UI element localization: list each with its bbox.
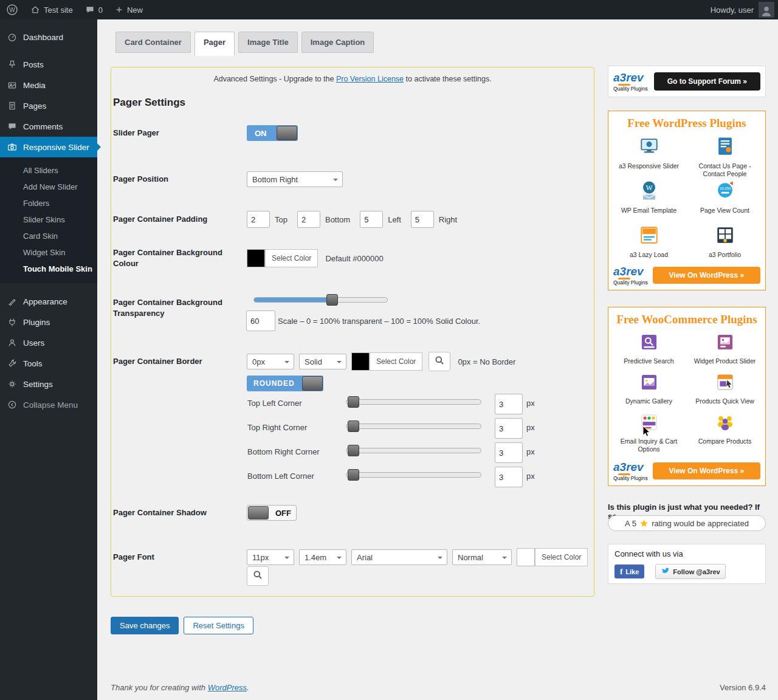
padding-top-input[interactable] bbox=[247, 211, 270, 228]
tab-image-caption[interactable]: Image Caption bbox=[301, 32, 374, 53]
facebook-like-label: Like bbox=[625, 568, 639, 575]
font-size-select[interactable]: 11px bbox=[247, 549, 294, 565]
border-select-color-button[interactable]: Select Color bbox=[370, 352, 422, 371]
submenu-card-skin[interactable]: Card Skin bbox=[0, 228, 97, 244]
corner-slider-handle[interactable] bbox=[348, 396, 359, 408]
submenu-widget-skin[interactable]: Widget Skin bbox=[0, 244, 97, 261]
tab-image-title[interactable]: Image Title bbox=[238, 32, 298, 53]
howdy-text[interactable]: Howdy, user bbox=[711, 5, 754, 15]
plugin-page-view-count[interactable]: 10,250 Page View Count bbox=[687, 177, 763, 221]
corner-slider-handle[interactable] bbox=[348, 445, 359, 456]
sidebar-item-pages[interactable]: Pages bbox=[0, 95, 97, 116]
plugin-widget-product-slider[interactable]: Widget Product Slider bbox=[687, 329, 763, 369]
support-forum-button[interactable]: Go to Support Forum » bbox=[654, 72, 760, 91]
plugin-caption: Page View Count bbox=[689, 207, 760, 214]
sidebar-item-label: Dashboard bbox=[23, 33, 63, 42]
sidebar-item-dashboard[interactable]: Dashboard bbox=[0, 27, 97, 47]
plugin-caption: Widget Product Slider bbox=[689, 357, 760, 365]
font-weight-select[interactable]: Normal bbox=[452, 549, 512, 565]
site-name-link[interactable]: Test site bbox=[24, 0, 79, 19]
rating-pill: A 5 ★ rating would be appreciated bbox=[608, 515, 766, 531]
tab-pager[interactable]: Pager bbox=[194, 32, 235, 56]
submenu-all-sliders[interactable]: All Sliders bbox=[0, 162, 97, 179]
field-pager-padding: Pager Container Padding Top Bottom Left … bbox=[113, 211, 592, 228]
avatar[interactable] bbox=[759, 2, 774, 18]
pager-position-select[interactable]: Bottom Right bbox=[247, 171, 343, 187]
rounded-toggle[interactable]: ROUNDED bbox=[247, 376, 323, 391]
sidebar-item-users[interactable]: Users bbox=[0, 332, 97, 353]
twitter-follow-button[interactable]: Follow @a3rev bbox=[655, 564, 725, 579]
padding-left-input[interactable] bbox=[360, 211, 383, 228]
transparency-slider-handle[interactable] bbox=[326, 294, 338, 306]
collapse-menu-button[interactable]: Collapse Menu bbox=[0, 394, 97, 415]
sidebar-item-label: Plugins bbox=[23, 318, 50, 327]
plugin-dynamic-gallery[interactable]: Dynamic Gallery bbox=[611, 369, 687, 409]
sidebar-item-plugins[interactable]: Plugins bbox=[0, 312, 97, 332]
padding-bottom-input[interactable] bbox=[297, 211, 320, 228]
corner-value-input[interactable] bbox=[495, 442, 523, 463]
submenu-add-new-slider[interactable]: Add New Slider bbox=[0, 179, 97, 195]
font-preview-button[interactable] bbox=[247, 566, 269, 586]
view-on-wordpress-button[interactable]: View On WordPress » bbox=[653, 267, 760, 284]
font-line-height-select[interactable]: 1.4em bbox=[299, 549, 346, 565]
submenu-slider-skins[interactable]: Slider Skins bbox=[0, 211, 97, 228]
sidebar-item-responsive-slider[interactable]: Responsive Slider bbox=[0, 137, 97, 157]
border-style-select[interactable]: Solid bbox=[299, 354, 346, 369]
save-changes-button[interactable]: Save changes bbox=[111, 617, 179, 634]
border-colour-swatch[interactable] bbox=[351, 352, 370, 371]
pro-version-license-link[interactable]: Pro Version License bbox=[336, 75, 404, 83]
sidebar-item-comments[interactable]: Comments bbox=[0, 116, 97, 137]
submenu-touch-mobile-skin[interactable]: Touch Mobile Skin bbox=[0, 261, 97, 277]
bg-colour-swatch[interactable] bbox=[247, 249, 265, 267]
border-note: 0px = No Border bbox=[458, 357, 515, 366]
submenu-folders[interactable]: Folders bbox=[0, 195, 97, 211]
toggle-knob[interactable] bbox=[302, 376, 323, 391]
view-on-wordpress-button[interactable]: View On WordPress » bbox=[653, 462, 760, 479]
transparency-slider[interactable] bbox=[253, 297, 388, 303]
plugin-a3-responsive-slider[interactable]: a3 Responsive Slider bbox=[611, 132, 687, 177]
padding-right-input[interactable] bbox=[411, 211, 434, 228]
border-preview-button[interactable] bbox=[429, 352, 450, 371]
sidebar-item-tools[interactable]: Tools bbox=[0, 353, 97, 374]
corner-slider[interactable] bbox=[346, 472, 481, 478]
plugin-a3-portfolio[interactable]: a3 Portfolio bbox=[687, 221, 763, 266]
sidebar-item-appearance[interactable]: Appearance bbox=[0, 291, 97, 312]
corner-slider-handle[interactable] bbox=[348, 469, 359, 481]
sidebar-item-settings[interactable]: Settings bbox=[0, 374, 97, 394]
plugin-predictive-search[interactable]: Predictive Search bbox=[611, 329, 687, 369]
bg-select-color-button[interactable]: Select Color bbox=[265, 249, 318, 267]
tab-card-container[interactable]: Card Container bbox=[115, 32, 191, 53]
corner-value-input[interactable] bbox=[495, 418, 523, 439]
reset-settings-button[interactable]: Reset Settings bbox=[184, 617, 253, 634]
shadow-toggle[interactable]: OFF bbox=[247, 505, 297, 521]
corner-value-input[interactable] bbox=[495, 394, 523, 414]
panel-heading: Pager Settings bbox=[113, 97, 592, 109]
sidebar-item-posts[interactable]: Posts bbox=[0, 54, 97, 75]
sidebar-item-label: Media bbox=[23, 81, 46, 90]
corner-slider[interactable] bbox=[346, 399, 481, 405]
toggle-knob[interactable] bbox=[248, 506, 269, 520]
comments-bubble[interactable]: 0 bbox=[79, 0, 109, 19]
plugin-compare-products[interactable]: Compare Products bbox=[687, 409, 763, 449]
plugin-wp-email-template[interactable]: W WP Email Template bbox=[611, 177, 687, 221]
wordpress-logo-menu[interactable]: W bbox=[0, 0, 24, 19]
sidebar-item-media[interactable]: Media bbox=[0, 75, 97, 95]
new-content-menu[interactable]: New bbox=[109, 0, 149, 19]
corner-slider[interactable] bbox=[346, 424, 481, 429]
plugin-a3-lazy-load[interactable]: a3 Lazy Load bbox=[611, 221, 687, 266]
wordpress-link[interactable]: WordPress bbox=[208, 683, 247, 692]
font-colour-swatch[interactable] bbox=[517, 548, 535, 566]
corner-slider[interactable] bbox=[346, 448, 481, 453]
font-select-color-button[interactable]: Select Color bbox=[535, 548, 588, 566]
plugin-products-quick-view[interactable]: Products Quick View bbox=[687, 369, 763, 409]
transparency-input[interactable] bbox=[246, 311, 275, 331]
admin-bar: W Test site 0 New Howdy, user bbox=[0, 0, 778, 19]
toggle-knob[interactable] bbox=[277, 126, 297, 140]
font-family-select[interactable]: Arial bbox=[351, 549, 447, 565]
border-width-select[interactable]: 0px bbox=[247, 354, 294, 369]
corner-slider-handle[interactable] bbox=[348, 420, 359, 432]
slider-pager-toggle[interactable]: ON bbox=[247, 125, 298, 141]
corner-value-input[interactable] bbox=[495, 467, 523, 487]
plugin-contact-us-page[interactable]: Contact Us Page - Contact People bbox=[687, 132, 763, 177]
facebook-like-button[interactable]: f Like bbox=[614, 564, 644, 578]
